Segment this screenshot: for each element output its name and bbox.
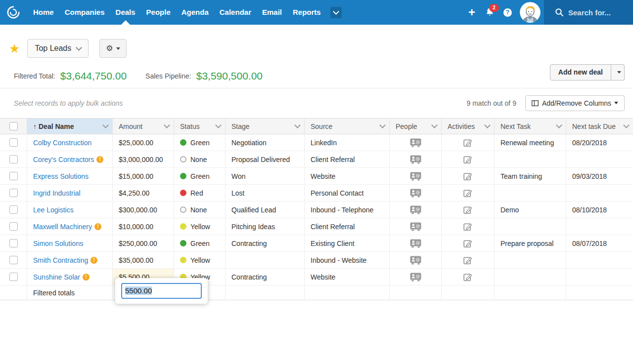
nav-item-companies[interactable]: Companies — [59, 0, 110, 25]
warning-icon[interactable]: ! — [96, 156, 103, 163]
column-header-activities[interactable]: Activities — [442, 119, 495, 134]
deal-name-link[interactable]: Smith Contracting — [33, 256, 88, 264]
nav-item-deals[interactable]: Deals — [110, 0, 141, 25]
stage-cell[interactable]: Pitching Ideas — [226, 218, 305, 235]
status-cell[interactable]: Green — [174, 168, 226, 184]
nav-item-reports[interactable]: Reports — [287, 0, 326, 25]
add-remove-columns-button[interactable]: Add/Remove Columns — [525, 95, 625, 111]
next-task-cell[interactable]: Renewal meeting — [495, 134, 566, 151]
global-search-input[interactable]: Search for... — [544, 0, 633, 25]
status-cell[interactable]: None — [174, 151, 226, 167]
deal-name-link[interactable]: Colby Construction — [33, 139, 91, 147]
status-cell[interactable]: Green — [174, 235, 226, 251]
row-checkbox[interactable] — [9, 155, 18, 163]
amount-cell[interactable]: $300,000.00 — [113, 202, 174, 218]
source-cell[interactable]: Personal Contact — [305, 185, 390, 201]
status-cell[interactable]: Green — [174, 134, 226, 151]
column-header-people[interactable]: People — [390, 119, 442, 134]
row-checkbox[interactable] — [9, 205, 18, 214]
column-header-next-task-due[interactable]: Next task Due — [566, 119, 633, 134]
select-all-checkbox[interactable] — [9, 122, 18, 130]
next-task-cell[interactable] — [495, 185, 566, 201]
compose-activity-icon[interactable] — [463, 205, 472, 214]
source-cell[interactable]: Inbound - Telephone — [305, 202, 390, 218]
stage-cell[interactable]: Lost — [226, 185, 305, 201]
chevron-down-icon[interactable] — [623, 122, 630, 128]
chevron-down-icon[interactable] — [215, 122, 222, 128]
row-checkbox[interactable] — [9, 222, 18, 231]
amount-cell[interactable]: $25,000.00 — [113, 134, 174, 151]
stage-cell[interactable]: Negotiation — [226, 134, 305, 151]
nav-more-button[interactable] — [330, 7, 342, 18]
compose-activity-icon[interactable] — [463, 172, 472, 181]
column-header-deal-name[interactable]: ↑Deal Name — [27, 119, 113, 134]
chevron-down-icon[interactable] — [294, 122, 301, 128]
stage-cell[interactable]: Qualified Lead — [226, 202, 305, 218]
contact-card-icon[interactable]: @ — [410, 256, 421, 265]
source-cell[interactable]: Client Referral — [305, 218, 390, 235]
row-checkbox[interactable] — [9, 172, 18, 180]
chevron-down-icon[interactable] — [484, 122, 491, 128]
chevron-down-icon[interactable] — [102, 122, 109, 128]
column-header-status[interactable]: Status — [174, 119, 226, 134]
amount-cell[interactable]: $4,250.00 — [113, 185, 174, 201]
row-checkbox[interactable] — [9, 239, 18, 247]
contact-card-icon[interactable]: @ — [410, 172, 421, 181]
compose-activity-icon[interactable] — [463, 239, 472, 248]
row-checkbox[interactable] — [9, 189, 18, 197]
view-settings-button[interactable]: ⚙ — [99, 39, 126, 58]
next-task-due-cell[interactable] — [566, 151, 633, 167]
next-task-due-cell[interactable]: 08/20/2018 — [566, 134, 633, 151]
next-task-due-cell[interactable] — [566, 218, 633, 235]
contact-card-icon[interactable]: @ — [410, 189, 421, 198]
user-avatar[interactable] — [520, 2, 541, 23]
stage-cell[interactable]: Won — [226, 168, 305, 184]
column-header-source[interactable]: Source — [305, 119, 390, 134]
compose-activity-icon[interactable] — [463, 273, 472, 282]
next-task-cell[interactable] — [495, 252, 566, 268]
view-selector-button[interactable]: Top Leads — [27, 39, 89, 58]
next-task-due-cell[interactable]: 09/03/2018 — [566, 168, 633, 184]
source-cell[interactable]: Existing Client — [305, 235, 390, 251]
nav-item-calendar[interactable]: Calendar — [214, 0, 257, 25]
deal-name-link[interactable]: Maxwell Machinery — [33, 223, 92, 231]
nav-item-email[interactable]: Email — [257, 0, 287, 25]
next-task-due-cell[interactable]: 08/10/2018 — [566, 202, 633, 218]
chevron-down-icon[interactable] — [164, 122, 170, 128]
next-task-cell[interactable] — [495, 269, 566, 285]
amount-cell[interactable]: $10,000.00 — [113, 218, 174, 235]
compose-activity-icon[interactable] — [463, 222, 472, 231]
warning-icon[interactable]: ! — [94, 223, 101, 230]
source-cell[interactable]: Inbound - Website — [305, 252, 390, 268]
compose-activity-icon[interactable] — [463, 256, 472, 265]
contact-card-icon[interactable]: @ — [410, 222, 421, 231]
contact-card-icon[interactable]: @ — [410, 205, 421, 214]
next-task-cell[interactable] — [495, 151, 566, 167]
status-cell[interactable]: Yellow — [174, 218, 226, 235]
amount-cell[interactable]: $250,000.00 — [113, 235, 174, 251]
next-task-cell[interactable]: Prepare proposal — [495, 235, 566, 251]
row-checkbox[interactable] — [9, 256, 18, 264]
deal-name-link[interactable]: Corey's Contractors — [33, 156, 94, 163]
source-cell[interactable]: Website — [305, 269, 390, 285]
stage-cell[interactable]: Contracting — [226, 235, 305, 251]
deal-name-link[interactable]: Express Solutions — [33, 172, 89, 180]
amount-cell[interactable]: $3,000,000.00 — [113, 151, 174, 167]
deal-name-link[interactable]: Sunshine Solar — [33, 273, 80, 281]
next-task-cell[interactable]: Team training — [495, 168, 566, 184]
warning-icon[interactable]: ! — [83, 274, 90, 281]
chevron-down-icon[interactable] — [431, 122, 438, 128]
next-task-due-cell[interactable] — [566, 269, 633, 285]
source-cell[interactable]: Website — [305, 168, 390, 184]
chevron-down-icon[interactable] — [379, 122, 386, 128]
next-task-cell[interactable] — [495, 218, 566, 235]
deal-name-link[interactable]: Ingrid Industrial — [33, 189, 81, 197]
nav-item-agenda[interactable]: Agenda — [176, 0, 214, 25]
chevron-down-icon[interactable] — [556, 122, 562, 128]
column-header-amount[interactable]: Amount — [113, 119, 174, 134]
app-logo-icon[interactable] — [6, 5, 21, 20]
quick-add-button[interactable]: + — [468, 0, 475, 25]
next-task-due-cell[interactable]: 08/07/2018 — [566, 235, 633, 251]
status-cell[interactable]: None — [174, 202, 226, 218]
notifications-button[interactable]: 2 — [485, 7, 495, 17]
